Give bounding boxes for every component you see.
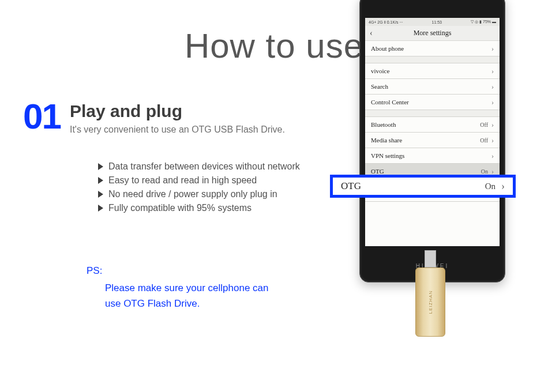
row-label: About phone bbox=[371, 45, 404, 52]
settings-row[interactable]: Search› bbox=[365, 79, 500, 95]
settings-row[interactable]: BluetoothOff› bbox=[365, 117, 500, 133]
list-item: Easy to read and read in high speed bbox=[98, 175, 323, 186]
triangle-bullet-icon bbox=[98, 205, 103, 212]
bullet-text: Easy to read and read in high speed bbox=[108, 175, 257, 186]
row-label: Bluetooth bbox=[371, 121, 396, 128]
list-item: Fully compatible with 95% systems bbox=[98, 203, 323, 213]
settings-row[interactable]: VPN settings› bbox=[365, 148, 500, 164]
settings-row[interactable]: vivoice› bbox=[365, 63, 500, 79]
status-left: 4G+ 2G ll 0.1K/s ··· bbox=[369, 20, 403, 24]
callout-label: OTG bbox=[341, 180, 361, 192]
row-label: OTG bbox=[371, 168, 384, 175]
row-rhs: Off› bbox=[480, 120, 494, 129]
bullet-text: Fully compatible with 95% systems bbox=[108, 203, 252, 213]
row-rhs: › bbox=[491, 67, 494, 76]
settings-row[interactable]: Control Center› bbox=[365, 95, 500, 110]
row-label: Search bbox=[371, 83, 388, 90]
row-label: VPN settings bbox=[371, 152, 404, 159]
row-label: Media share bbox=[371, 137, 402, 144]
row-label: Control Center bbox=[371, 99, 409, 105]
triangle-bullet-icon bbox=[98, 163, 103, 170]
ps-note: PS: Please make sure your cellphone can … bbox=[23, 265, 277, 311]
chevron-right-icon: › bbox=[491, 120, 494, 129]
step-subtitle: It's very convenient to use an OTG USB F… bbox=[70, 125, 285, 135]
otg-callout: OTG On › bbox=[330, 175, 516, 198]
chevron-right-icon: › bbox=[491, 152, 494, 160]
row-rhs: › bbox=[491, 82, 494, 91]
list-item: Data transfer between devices without ne… bbox=[98, 161, 323, 172]
usb-connector bbox=[425, 250, 436, 267]
row-rhs: Off› bbox=[480, 136, 494, 145]
nav-title: More settings bbox=[414, 29, 452, 37]
chevron-right-icon: › bbox=[491, 98, 494, 107]
step-title-block: Play and plug It's very convenient to us… bbox=[70, 100, 285, 135]
left-column: 01 Play and plug It's very convenient to… bbox=[0, 100, 323, 311]
status-right: ▽ ◎ ▮ 75% ▬ bbox=[471, 20, 496, 24]
step-number: 01 bbox=[23, 100, 70, 133]
status-time: 11:53 bbox=[432, 20, 442, 24]
row-value: On bbox=[481, 168, 488, 175]
usb-body: LEIZHAN bbox=[415, 267, 445, 337]
phone-screen: 4G+ 2G ll 0.1K/s ··· 11:53 ▽ ◎ ▮ 75% ▬ ‹… bbox=[365, 18, 500, 246]
feature-list: Data transfer between devices without ne… bbox=[23, 161, 323, 213]
back-icon[interactable]: ‹ bbox=[370, 29, 373, 38]
chevron-right-icon: › bbox=[501, 180, 505, 193]
row-label: vivoice bbox=[371, 67, 389, 74]
usb-drive: LEIZHAN bbox=[415, 250, 445, 337]
settings-spacer bbox=[365, 110, 500, 117]
ps-label: PS: bbox=[87, 265, 277, 277]
triangle-bullet-icon bbox=[98, 191, 103, 198]
row-rhs: › bbox=[491, 44, 494, 53]
settings-spacer bbox=[365, 56, 500, 63]
callout-rhs: On › bbox=[485, 180, 505, 193]
chevron-right-icon: › bbox=[491, 44, 494, 53]
callout-value: On bbox=[485, 182, 496, 191]
settings-row[interactable]: Media shareOff› bbox=[365, 133, 500, 148]
status-bar: 4G+ 2G ll 0.1K/s ··· 11:53 ▽ ◎ ▮ 75% ▬ bbox=[365, 18, 500, 26]
step-header: 01 Play and plug It's very convenient to… bbox=[23, 100, 323, 135]
step-title: Play and plug bbox=[70, 101, 285, 121]
phone-mockup: 4G+ 2G ll 0.1K/s ··· 11:53 ▽ ◎ ▮ 75% ▬ ‹… bbox=[359, 0, 505, 282]
bullet-text: No need drive / power supply only plug i… bbox=[108, 189, 277, 199]
chevron-right-icon: › bbox=[491, 136, 494, 145]
ps-text: Please make sure your cellphone can use … bbox=[87, 280, 277, 311]
row-value: Off bbox=[480, 137, 488, 144]
row-rhs: › bbox=[491, 98, 494, 107]
triangle-bullet-icon bbox=[98, 177, 103, 184]
bullet-text: Data transfer between devices without ne… bbox=[108, 161, 300, 172]
usb-brand-text: LEIZHAN bbox=[428, 291, 433, 314]
settings-row[interactable]: About phone› bbox=[365, 41, 500, 56]
chevron-right-icon: › bbox=[491, 82, 494, 91]
list-item: No need drive / power supply only plug i… bbox=[98, 189, 323, 199]
row-rhs: › bbox=[491, 152, 494, 160]
row-value: Off bbox=[480, 122, 488, 128]
nav-header: ‹ More settings bbox=[365, 26, 500, 41]
chevron-right-icon: › bbox=[491, 67, 494, 76]
